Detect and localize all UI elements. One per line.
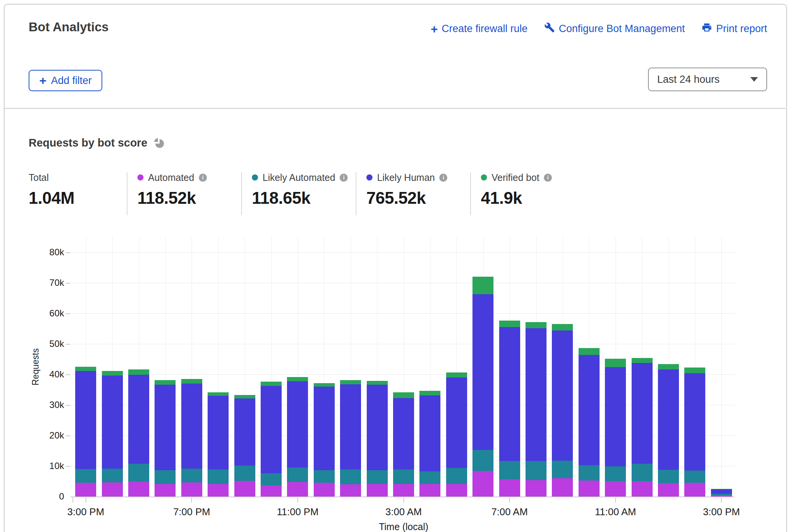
bar-segment-likely-automated xyxy=(472,450,493,471)
bar-1200am xyxy=(314,383,335,497)
x-axis-tick xyxy=(615,498,616,503)
bar-segment-likely-human xyxy=(472,294,493,450)
bar-segment-likely-human xyxy=(711,489,732,494)
bar-segment-likely-automated xyxy=(261,473,282,486)
bar-300pm xyxy=(711,489,732,497)
bar-segment-likely-human xyxy=(446,377,467,468)
page-title: Bot Analytics xyxy=(29,20,109,34)
y-axis-title: Requests xyxy=(31,302,41,432)
bar-segment-likely-automated xyxy=(658,470,679,483)
bar-segment-automated xyxy=(526,480,547,497)
y-axis-label: 40k xyxy=(22,369,64,380)
bar-segment-likely-human xyxy=(419,395,440,471)
x-axis-label: 3:00 AM xyxy=(385,506,422,518)
stat-divider xyxy=(127,172,127,215)
bot-analytics-page: Bot Analytics + Create firewall rule Con… xyxy=(0,0,790,532)
stat-automated: Automated i 118.52k xyxy=(137,172,207,208)
bar-segment-likely-human xyxy=(287,381,308,468)
bar-1100am xyxy=(605,359,626,497)
print-report-link[interactable]: Print report xyxy=(701,22,767,35)
y-axis-tick xyxy=(66,466,71,467)
bar-segment-verified-bot xyxy=(261,382,282,385)
info-icon[interactable]: i xyxy=(199,174,207,182)
bar-segment-automated xyxy=(102,482,123,497)
x-axis-label: 11:00 AM xyxy=(595,506,636,518)
bar-segment-automated xyxy=(684,483,705,497)
time-range-select[interactable]: Last 24 hours xyxy=(648,68,767,91)
bar-segment-verified-bot xyxy=(393,392,414,398)
bar-segment-likely-automated xyxy=(287,468,308,482)
bar-segment-automated xyxy=(181,482,202,497)
info-icon[interactable]: i xyxy=(340,174,348,182)
bar-segment-automated xyxy=(472,471,493,497)
bar-segment-likely-human xyxy=(367,385,388,470)
bar-1100pm xyxy=(287,377,308,497)
bar-200pm xyxy=(684,368,705,497)
time-range-value: Last 24 hours xyxy=(657,74,720,85)
bar-1000pm xyxy=(261,382,282,497)
bar-segment-likely-automated xyxy=(552,461,573,478)
bar-1200pm xyxy=(632,358,653,497)
configure-bot-management-link[interactable]: Configure Bot Management xyxy=(544,22,685,35)
wrench-icon xyxy=(544,22,555,35)
bar-segment-verified-bot xyxy=(340,380,361,384)
bar-segment-automated xyxy=(75,483,96,497)
stat-label: Automated xyxy=(148,172,194,183)
bar-segment-likely-human xyxy=(102,376,123,469)
bar-segment-verified-bot xyxy=(526,322,547,328)
bar-100am xyxy=(340,380,361,497)
bar-segment-likely-automated xyxy=(526,461,547,480)
bar-segment-verified-bot xyxy=(472,277,493,294)
bar-segment-automated xyxy=(499,479,520,497)
bar-1000am xyxy=(579,348,600,497)
bar-segment-likely-human xyxy=(393,398,414,469)
create-firewall-rule-link[interactable]: + Create firewall rule xyxy=(430,23,527,35)
bar-segment-automated xyxy=(261,485,282,497)
bar-segment-automated xyxy=(579,480,600,497)
bar-300pm xyxy=(75,367,96,497)
bar-segment-likely-human xyxy=(261,386,282,473)
info-icon[interactable]: i xyxy=(439,174,447,182)
stat-value: 1.04M xyxy=(29,189,74,208)
bar-segment-likely-automated xyxy=(102,469,123,482)
stat-total: Total 1.04M xyxy=(29,172,74,208)
header-actions: + Create firewall rule Configure Bot Man… xyxy=(430,22,767,35)
bar-segment-likely-automated xyxy=(208,469,229,484)
configure-bot-management-label: Configure Bot Management xyxy=(559,23,685,35)
y-axis-label: 10k xyxy=(22,461,64,471)
bar-500pm xyxy=(128,369,149,497)
bar-segment-automated xyxy=(287,482,308,497)
info-icon[interactable]: i xyxy=(544,174,552,182)
y-axis-tick xyxy=(66,344,71,345)
y-axis-tick xyxy=(66,435,71,436)
bar-800am xyxy=(526,322,547,497)
bar-400am xyxy=(419,391,440,497)
bar-segment-automated xyxy=(234,481,255,497)
bar-700am xyxy=(499,321,520,497)
bar-segment-likely-human xyxy=(208,396,229,469)
stat-likely-human: Likely Human i 765.52k xyxy=(366,172,447,208)
bar-segment-likely-human xyxy=(128,375,149,464)
add-filter-button[interactable]: + Add filter xyxy=(29,70,102,91)
x-axis-label: 7:00 AM xyxy=(491,506,527,518)
bar-segment-automated xyxy=(128,482,149,497)
verified-bot-legend-dot xyxy=(481,174,487,181)
bar-segment-automated xyxy=(314,483,335,497)
stacked-bar-chart xyxy=(73,237,735,497)
bar-segment-automated xyxy=(658,483,679,497)
bar-100pm xyxy=(658,364,679,497)
bar-segment-likely-automated xyxy=(446,468,467,484)
header-divider xyxy=(4,108,785,109)
bar-segment-likely-human xyxy=(526,328,547,461)
bar-segment-likely-automated xyxy=(499,461,520,479)
bar-300am xyxy=(393,392,414,497)
chevron-down-icon xyxy=(750,77,758,82)
y-axis-label: 0 xyxy=(22,491,64,502)
stat-label: Likely Automated xyxy=(263,172,335,183)
stat-divider xyxy=(241,172,242,215)
bar-segment-verified-bot xyxy=(367,381,388,385)
bar-segment-likely-automated xyxy=(75,469,96,483)
bar-segment-automated xyxy=(632,481,653,497)
plus-icon: + xyxy=(39,74,47,87)
bar-segment-automated xyxy=(446,484,467,497)
